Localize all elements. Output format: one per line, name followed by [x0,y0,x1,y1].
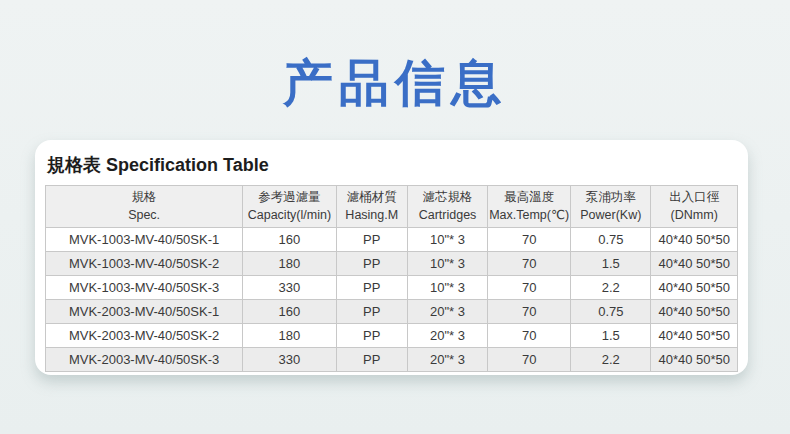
col-header-maxtemp: 最高溫度 Max.Temp(℃) [488,186,571,228]
col-header-capacity-en: Capacity(l/min) [244,207,334,225]
cell-ports: 40*40 50*50 [651,300,738,324]
table-row: MVK-2003-MV-40/50SK-3 330 PP 20"* 3 70 2… [46,348,738,372]
cell-power: 2.2 [571,276,651,300]
cell-power: 0.75 [571,300,651,324]
col-header-ports-zh: 出入口徑 [652,189,736,207]
page-title: 产品信息 [0,50,790,117]
cell-ports: 40*40 50*50 [651,324,738,348]
cell-maxtemp: 70 [488,324,571,348]
cell-capacity: 160 [243,228,336,252]
cell-spec: MVK-1003-MV-40/50SK-1 [46,228,243,252]
col-header-cartridges-zh: 濾芯規格 [409,189,486,207]
cell-housing: PP [336,252,407,276]
cell-capacity: 180 [243,252,336,276]
cell-spec: MVK-1003-MV-40/50SK-3 [46,276,243,300]
table-row: MVK-1003-MV-40/50SK-3 330 PP 10"* 3 70 2… [46,276,738,300]
table-header-row: 規格 Spec. 参考過濾量 Capacity(l/min) 濾桶材質 Hasi… [46,186,738,228]
cell-capacity: 330 [243,348,336,372]
cell-spec: MVK-2003-MV-40/50SK-1 [46,300,243,324]
cell-maxtemp: 70 [488,252,571,276]
cell-power: 2.2 [571,348,651,372]
cell-cartridges: 20"* 3 [407,348,487,372]
cell-housing: PP [336,276,407,300]
col-header-cartridges-en: Cartridges [409,207,486,225]
col-header-housing-zh: 濾桶材質 [338,189,406,207]
col-header-ports-en: (DNmm) [652,207,736,225]
cell-housing: PP [336,324,407,348]
cell-cartridges: 20"* 3 [407,300,487,324]
cell-housing: PP [336,228,407,252]
col-header-spec-zh: 規格 [47,189,241,207]
cell-cartridges: 10"* 3 [407,276,487,300]
cell-housing: PP [336,300,407,324]
table-row: MVK-2003-MV-40/50SK-2 180 PP 20"* 3 70 1… [46,324,738,348]
cell-maxtemp: 70 [488,276,571,300]
cell-maxtemp: 70 [488,300,571,324]
spec-card: 規格表 Specification Table 規格 Spec. 参考過濾量 C… [35,140,748,375]
cell-ports: 40*40 50*50 [651,348,738,372]
cell-cartridges: 20"* 3 [407,324,487,348]
cell-maxtemp: 70 [488,348,571,372]
col-header-power-en: Power(Kw) [572,207,649,225]
col-header-capacity: 参考過濾量 Capacity(l/min) [243,186,336,228]
cell-ports: 40*40 50*50 [651,252,738,276]
cell-power: 0.75 [571,228,651,252]
cell-power: 1.5 [571,324,651,348]
cell-spec: MVK-2003-MV-40/50SK-2 [46,324,243,348]
col-header-maxtemp-zh: 最高溫度 [489,189,569,207]
col-header-spec-en: Spec. [47,207,241,225]
col-header-housing-en: Hasing.M [338,207,406,225]
col-header-power-zh: 泵浦功率 [572,189,649,207]
col-header-housing: 濾桶材質 Hasing.M [336,186,407,228]
cell-capacity: 160 [243,300,336,324]
cell-spec: MVK-1003-MV-40/50SK-2 [46,252,243,276]
specification-table: 規格 Spec. 参考過濾量 Capacity(l/min) 濾桶材質 Hasi… [45,185,738,372]
cell-power: 1.5 [571,252,651,276]
col-header-spec: 規格 Spec. [46,186,243,228]
spec-table-heading: 規格表 Specification Table [47,153,738,177]
cell-ports: 40*40 50*50 [651,276,738,300]
table-row: MVK-2003-MV-40/50SK-1 160 PP 20"* 3 70 0… [46,300,738,324]
cell-ports: 40*40 50*50 [651,228,738,252]
cell-spec: MVK-2003-MV-40/50SK-3 [46,348,243,372]
cell-housing: PP [336,348,407,372]
cell-cartridges: 10"* 3 [407,228,487,252]
col-header-cartridges: 濾芯規格 Cartridges [407,186,487,228]
col-header-maxtemp-en: Max.Temp(℃) [489,207,569,225]
cell-capacity: 330 [243,276,336,300]
table-row: MVK-1003-MV-40/50SK-2 180 PP 10"* 3 70 1… [46,252,738,276]
col-header-ports: 出入口徑 (DNmm) [651,186,738,228]
cell-maxtemp: 70 [488,228,571,252]
col-header-power: 泵浦功率 Power(Kw) [571,186,651,228]
table-row: MVK-1003-MV-40/50SK-1 160 PP 10"* 3 70 0… [46,228,738,252]
col-header-capacity-zh: 参考過濾量 [244,189,334,207]
cell-cartridges: 10"* 3 [407,252,487,276]
cell-capacity: 180 [243,324,336,348]
